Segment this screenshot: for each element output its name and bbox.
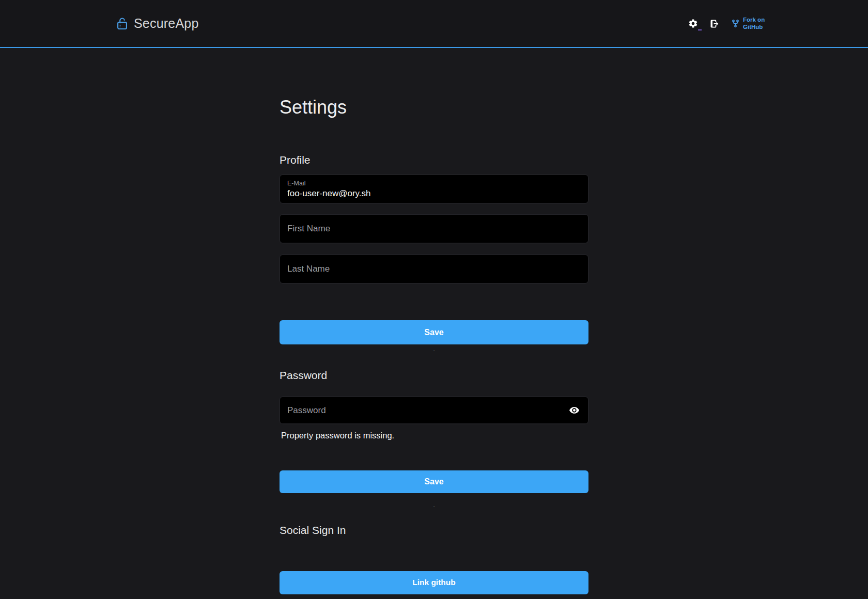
social-sign-in-heading: Social Sign In [280, 523, 588, 538]
eye-icon [569, 405, 580, 416]
password-message-dot: . [280, 501, 588, 509]
first-name-field-wrapper [280, 214, 588, 243]
caret-artifact [698, 29, 702, 30]
brand: SecureApp [117, 16, 199, 31]
password-heading: Password [280, 368, 588, 383]
toggle-password-visibility-button[interactable] [568, 405, 581, 416]
email-field-wrapper: E-Mail [280, 175, 588, 203]
last-name-input[interactable] [287, 264, 581, 274]
page-title: Settings [280, 96, 588, 120]
password-field-wrapper [280, 397, 588, 424]
settings-page: Settings Profile E-Mail Save . Password … [280, 48, 588, 594]
app-header: SecureApp [0, 0, 868, 48]
email-label: E-Mail [287, 180, 581, 187]
email-input[interactable] [287, 188, 581, 199]
fork-on-github-link[interactable]: Fork on GitHub [731, 17, 770, 30]
password-input[interactable] [287, 405, 568, 416]
logout-button[interactable] [709, 19, 720, 29]
save-profile-button[interactable]: Save [280, 320, 588, 344]
profile-heading: Profile [280, 153, 588, 167]
profile-message-dot: . [280, 345, 588, 353]
app-title: SecureApp [134, 16, 199, 31]
logout-icon [709, 19, 720, 29]
header-actions: Fork on GitHub [688, 17, 770, 30]
fork-link-label: Fork on GitHub [743, 17, 770, 30]
save-password-button[interactable]: Save [280, 470, 588, 493]
lock-icon [117, 17, 128, 30]
password-error-message: Property password is missing. [280, 430, 588, 440]
settings-gear-button[interactable] [688, 19, 698, 28]
link-github-button[interactable]: Link github [280, 571, 588, 594]
last-name-field-wrapper [280, 255, 588, 283]
gear-icon [688, 19, 698, 28]
first-name-input[interactable] [287, 224, 581, 234]
git-fork-icon [731, 19, 740, 28]
